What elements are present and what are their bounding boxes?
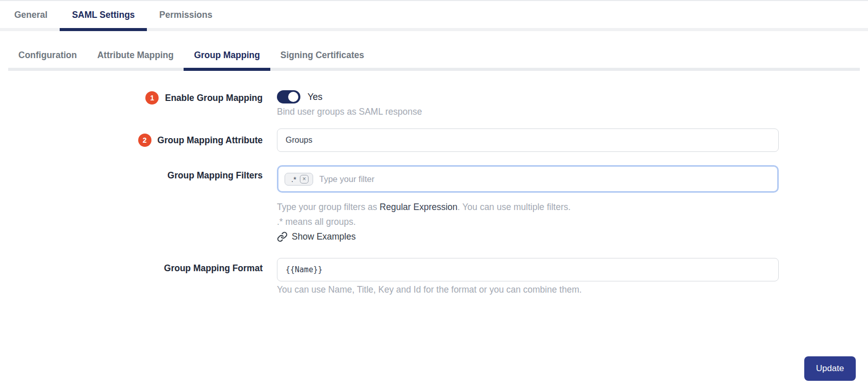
subtab-signing-certificates-label: Signing Certificates (280, 50, 364, 60)
subtab-group-mapping[interactable]: Group Mapping (184, 44, 270, 68)
enable-group-mapping-label-col: 1 Enable Group Mapping (0, 86, 263, 105)
show-examples-link[interactable]: Show Examples (277, 229, 355, 244)
group-mapping-format-input[interactable] (277, 258, 779, 281)
enable-group-mapping-toggle[interactable] (277, 90, 300, 103)
filter-tag-value: .* (291, 175, 296, 184)
tab-permissions-label: Permissions (159, 10, 212, 20)
enable-group-mapping-label: Enable Group Mapping (165, 93, 263, 103)
subtab-group-mapping-label: Group Mapping (194, 50, 260, 60)
toggle-knob (288, 92, 298, 102)
form-actions: Update (0, 356, 856, 381)
enable-group-mapping-row: 1 Enable Group Mapping Yes Bind user gro… (0, 86, 868, 117)
filters-help-line-1: Type your group filters as Regular Expre… (277, 200, 779, 215)
group-mapping-format-label-col: Group Mapping Format (0, 258, 263, 274)
group-mapping-filters-value-col: .* × Type your group filters as Regular … (277, 165, 779, 244)
filters-help-suffix: . You can use multiple filters. (457, 202, 571, 212)
saml-subtabbar: Configuration Attribute Mapping Group Ma… (8, 44, 860, 71)
show-examples-label: Show Examples (292, 229, 355, 244)
subtab-signing-certificates[interactable]: Signing Certificates (270, 44, 374, 68)
filters-help-prefix: Type your group filters as (277, 202, 379, 212)
subtab-configuration-label: Configuration (18, 50, 77, 60)
group-mapping-attribute-label: Group Mapping Attribute (158, 135, 263, 146)
filters-help-block: Type your group filters as Regular Expre… (277, 200, 779, 244)
link-icon (277, 231, 288, 242)
filter-tag: .* × (285, 173, 313, 186)
update-button[interactable]: Update (804, 356, 856, 381)
tab-saml-settings-label: SAML Settings (72, 10, 135, 20)
group-mapping-format-help: You can use Name, Title, Key and Id for … (277, 284, 779, 295)
group-mapping-format-value-col: You can use Name, Title, Key and Id for … (277, 258, 779, 295)
group-mapping-form: 1 Enable Group Mapping Yes Bind user gro… (0, 86, 868, 381)
group-mapping-filters-field[interactable]: .* × (277, 165, 779, 193)
settings-tabbar: General SAML Settings Permissions (0, 1, 868, 31)
step-1-badge: 1 (145, 91, 159, 105)
enable-group-mapping-toggle-line: Yes (277, 86, 779, 103)
group-mapping-attribute-value-col (277, 128, 779, 152)
tab-saml-settings[interactable]: SAML Settings (60, 1, 147, 28)
group-mapping-filters-row: Group Mapping Filters .* × Type your gro… (0, 165, 868, 244)
group-mapping-filters-label: Group Mapping Filters (167, 170, 263, 181)
filter-tag-remove-icon[interactable]: × (300, 175, 309, 184)
enable-group-mapping-help: Bind user groups as SAML response (277, 107, 779, 117)
group-mapping-attribute-label-col: 2 Group Mapping Attribute (0, 128, 263, 147)
group-mapping-attribute-input[interactable] (277, 128, 779, 152)
tab-permissions[interactable]: Permissions (147, 1, 224, 28)
filters-help-strong: Regular Expression (379, 202, 457, 212)
step-2-badge: 2 (138, 134, 151, 147)
group-mapping-filters-label-col: Group Mapping Filters (0, 165, 263, 181)
tab-general[interactable]: General (2, 1, 60, 28)
enable-group-mapping-value-col: Yes Bind user groups as SAML response (277, 86, 779, 117)
filters-help-line-2: .* means all groups. (277, 215, 779, 229)
tab-general-label: General (14, 10, 47, 20)
group-mapping-format-row: Group Mapping Format You can use Name, T… (0, 258, 868, 295)
group-mapping-format-label: Group Mapping Format (164, 263, 263, 274)
subtab-attribute-mapping-label: Attribute Mapping (97, 50, 174, 60)
subtab-attribute-mapping[interactable]: Attribute Mapping (87, 44, 184, 68)
group-mapping-filters-input[interactable] (319, 174, 771, 184)
subtab-configuration[interactable]: Configuration (8, 44, 87, 68)
group-mapping-attribute-row: 2 Group Mapping Attribute (0, 128, 868, 152)
toggle-state-label: Yes (308, 92, 322, 102)
